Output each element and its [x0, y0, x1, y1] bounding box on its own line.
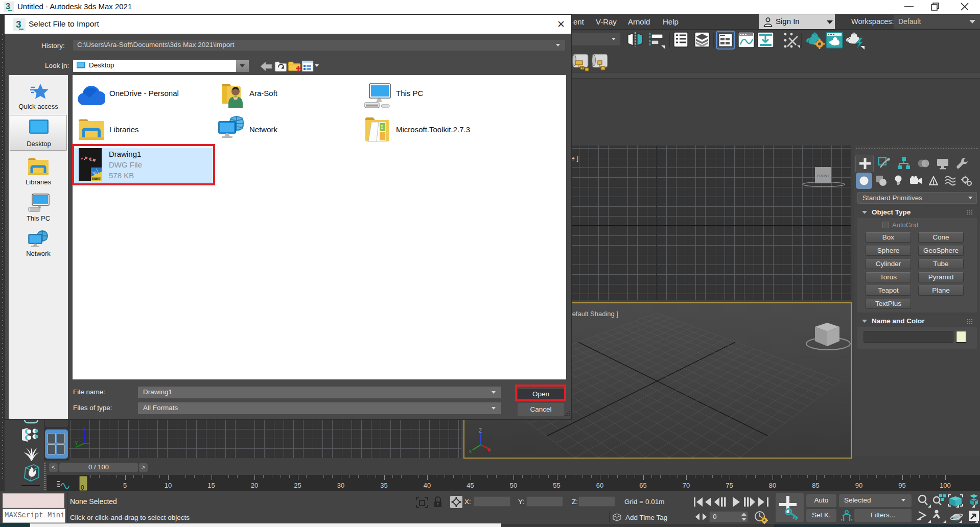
svg-text:Y: Y [75, 441, 78, 446]
svg-text:Z: Z [83, 427, 86, 432]
svg-text:3: 3 [6, 2, 10, 11]
svg-text:3: 3 [16, 19, 21, 30]
svg-text:x: x [469, 448, 472, 454]
svg-text:Z: Z [479, 428, 482, 434]
svg-text:FRONT: FRONT [817, 174, 830, 178]
